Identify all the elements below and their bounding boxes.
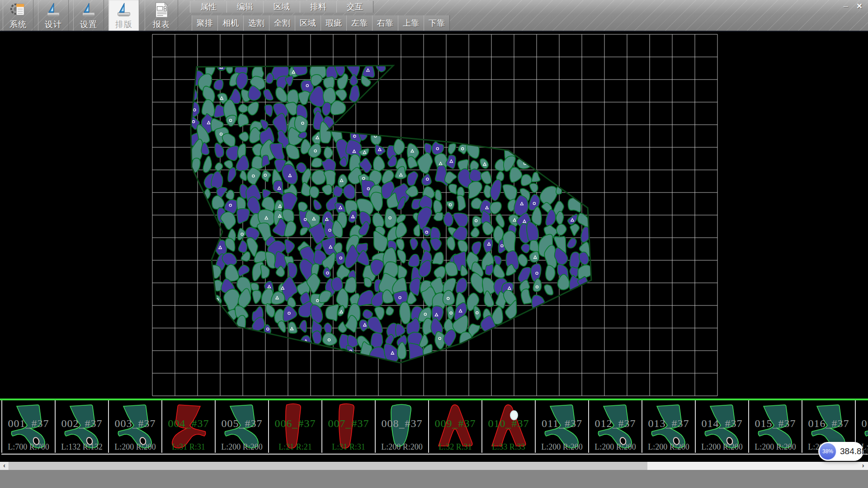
nested-piece[interactable] xyxy=(446,201,455,210)
nested-piece[interactable] xyxy=(246,167,262,186)
tool-button-defect[interactable]: 瑕疵 xyxy=(321,15,347,31)
nested-piece[interactable] xyxy=(313,200,322,210)
nested-piece[interactable] xyxy=(544,284,553,296)
nested-piece[interactable] xyxy=(284,220,297,238)
nested-piece[interactable] xyxy=(277,320,287,333)
thumbnail-cell[interactable]: 007_#37L:31 R:31 xyxy=(322,400,376,453)
nested-piece[interactable] xyxy=(532,172,540,182)
nested-piece[interactable] xyxy=(521,244,530,253)
thumbnail-cell[interactable]: 012_#37L:200 R:200 xyxy=(589,400,642,453)
thumbnail-cell[interactable]: 008_#37L:200 R:200 xyxy=(376,400,429,453)
thumbnail-cell[interactable]: 010_#37L:33 R:33 xyxy=(482,400,536,453)
tool-button-align-right[interactable]: 右靠 xyxy=(372,15,398,31)
thumbnail-cell[interactable]: 011_#37L:200 R:200 xyxy=(536,400,589,453)
nested-piece[interactable] xyxy=(430,252,445,266)
nested-piece[interactable] xyxy=(540,186,558,206)
nested-piece[interactable] xyxy=(252,290,261,303)
menu-tab-region[interactable]: 区域 xyxy=(263,1,300,13)
menu-tab-interaction[interactable]: 交互 xyxy=(336,1,373,13)
nested-piece[interactable] xyxy=(210,265,221,279)
scrollbar-thumb[interactable] xyxy=(9,462,647,470)
nested-piece[interactable] xyxy=(406,170,418,187)
thumbnail-cell[interactable]: 009_#37L:32 R:31 xyxy=(429,400,482,453)
thumbnail-cell[interactable]: 004_#37L:31 R:31 xyxy=(162,400,216,453)
nested-piece[interactable] xyxy=(323,146,334,160)
nested-piece[interactable] xyxy=(225,64,234,74)
nested-piece[interactable] xyxy=(226,166,238,183)
tool-button-cut-all[interactable]: 全割 xyxy=(269,15,295,31)
nested-piece[interactable] xyxy=(237,228,246,241)
nested-piece[interactable] xyxy=(421,173,433,187)
thumbnail-cell[interactable]: 006_#37L:21 R:21 xyxy=(269,400,322,453)
nested-piece[interactable] xyxy=(318,289,332,305)
menu-tab-nesting[interactable]: 排料 xyxy=(300,1,337,13)
nested-piece[interactable] xyxy=(235,207,250,225)
nested-piece[interactable] xyxy=(237,240,248,253)
nested-piece[interactable] xyxy=(299,226,308,237)
nested-piece[interactable] xyxy=(396,239,405,251)
layout-button[interactable]: 排版 xyxy=(108,0,139,31)
nested-piece[interactable] xyxy=(212,78,225,91)
nested-piece[interactable] xyxy=(212,141,226,158)
tool-button-camera[interactable]: 相机 xyxy=(217,15,244,31)
nested-piece[interactable] xyxy=(445,305,455,320)
nested-piece[interactable] xyxy=(434,189,443,202)
nested-piece[interactable] xyxy=(203,156,212,173)
nested-piece[interactable] xyxy=(531,295,545,314)
nested-piece[interactable] xyxy=(263,89,273,101)
nested-piece[interactable] xyxy=(464,139,482,160)
nested-piece[interactable] xyxy=(410,238,419,250)
nested-piece[interactable] xyxy=(338,322,347,333)
close-button[interactable]: ✕ xyxy=(854,2,865,11)
tool-button-align-bottom[interactable]: 下靠 xyxy=(424,15,450,31)
thumbnail-cell[interactable]: 014_#37L:200 R:200 xyxy=(696,400,749,453)
nested-piece[interactable] xyxy=(322,184,332,195)
nested-piece[interactable] xyxy=(385,306,394,315)
nested-piece[interactable] xyxy=(237,113,249,127)
nested-piece[interactable] xyxy=(447,143,458,155)
nested-piece[interactable] xyxy=(443,212,453,227)
nested-piece[interactable] xyxy=(520,288,532,304)
nested-piece[interactable] xyxy=(579,226,593,244)
thumbnail-cell[interactable]: 013_#37L:200 R:200 xyxy=(642,400,696,453)
report-button[interactable]: 报表 xyxy=(145,0,178,31)
nested-piece[interactable] xyxy=(470,227,480,238)
nested-piece[interactable] xyxy=(452,212,469,228)
settings-button[interactable]: 设置 xyxy=(73,0,104,31)
nested-piece[interactable] xyxy=(495,213,505,229)
nested-piece[interactable] xyxy=(408,254,420,267)
nested-piece[interactable] xyxy=(369,130,382,146)
thumbnail-cell[interactable]: 001_#37L:700 R:700 xyxy=(1,400,56,453)
tool-button-align-top[interactable]: 上靠 xyxy=(398,15,424,31)
nested-piece[interactable] xyxy=(370,259,383,276)
nested-piece[interactable] xyxy=(311,169,327,186)
nested-piece[interactable] xyxy=(285,261,299,279)
nested-piece[interactable] xyxy=(557,224,567,235)
nested-piece[interactable] xyxy=(413,224,421,237)
nested-piece[interactable] xyxy=(529,183,538,193)
thumbnail-cell[interactable]: 003_#37L:200 R:200 xyxy=(109,400,162,453)
scroll-left-arrow[interactable]: ‹ xyxy=(0,462,9,470)
tool-button-select-cut[interactable]: 选割 xyxy=(243,15,269,31)
nested-piece[interactable] xyxy=(395,323,406,336)
nested-piece[interactable] xyxy=(567,237,577,249)
nested-piece[interactable] xyxy=(343,183,356,199)
thumbnail-cell[interactable]: 015_#37L:200 R:200 xyxy=(749,400,802,453)
scroll-right-arrow[interactable]: › xyxy=(859,462,867,470)
nested-piece[interactable] xyxy=(311,157,323,169)
nested-piece[interactable] xyxy=(239,131,249,141)
system-button[interactable]: 系统 xyxy=(3,0,33,31)
nested-piece[interactable] xyxy=(430,237,443,251)
menu-tab-edit[interactable]: 编辑 xyxy=(226,1,264,13)
nested-piece[interactable] xyxy=(396,249,406,263)
nested-piece[interactable] xyxy=(260,265,269,278)
nested-piece[interactable] xyxy=(452,225,468,241)
menu-tab-properties[interactable]: 属性 xyxy=(190,1,227,13)
nested-piece[interactable] xyxy=(239,170,247,182)
thumbnail-cell[interactable]: 002_#37L:132 R:132 xyxy=(56,400,109,453)
nesting-canvas[interactable] xyxy=(0,32,868,399)
nested-piece[interactable] xyxy=(491,263,505,280)
nested-piece[interactable] xyxy=(348,84,362,103)
nested-piece[interactable] xyxy=(454,194,467,211)
nested-piece[interactable] xyxy=(324,169,338,187)
